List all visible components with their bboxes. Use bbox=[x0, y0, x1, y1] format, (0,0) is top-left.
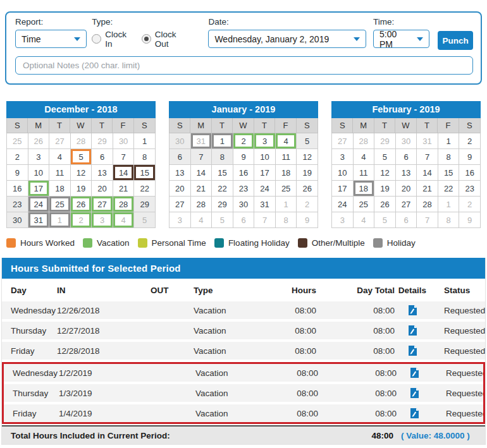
calendar-day-cell[interactable]: 30 bbox=[233, 197, 255, 212]
calendar-day-cell[interactable]: 28 bbox=[354, 133, 375, 149]
calendar-day-cell[interactable]: 22 bbox=[438, 181, 460, 197]
calendar-day-cell[interactable]: 21 bbox=[417, 181, 438, 197]
calendar-day-cell[interactable]: 31 bbox=[191, 133, 213, 149]
calendar-day-cell[interactable]: 1 bbox=[438, 197, 460, 212]
calendar-day-cell[interactable]: 6 bbox=[170, 149, 191, 165]
calendar-day-cell[interactable]: 28 bbox=[71, 133, 92, 149]
calendar-day-cell[interactable]: 20 bbox=[170, 181, 191, 197]
calendar-day-cell[interactable]: 1 bbox=[49, 212, 71, 228]
calendar-day-cell[interactable]: 26 bbox=[374, 197, 396, 212]
calendar-day-cell[interactable]: 13 bbox=[92, 165, 113, 181]
calendar-day-cell[interactable]: 24 bbox=[28, 197, 50, 212]
calendar-day-cell[interactable]: 14 bbox=[191, 165, 213, 181]
calendar-day-cell[interactable]: 2 bbox=[7, 149, 28, 165]
calendar-day-cell[interactable]: 6 bbox=[396, 149, 417, 165]
calendar-day-cell[interactable]: 2 bbox=[459, 133, 481, 149]
calendar-day-cell[interactable]: 3 bbox=[332, 212, 354, 228]
calendar-day-cell[interactable]: 5 bbox=[297, 133, 318, 149]
calendar-day-cell[interactable]: 5 bbox=[71, 149, 92, 165]
calendar-day-cell[interactable]: 3 bbox=[28, 149, 50, 165]
calendar-day-cell[interactable]: 30 bbox=[170, 133, 191, 149]
calendar-day-cell[interactable]: 1 bbox=[276, 197, 297, 212]
calendar-day-cell[interactable]: 25 bbox=[354, 197, 375, 212]
calendar-day-cell[interactable]: 31 bbox=[28, 212, 50, 228]
calendar-day-cell[interactable]: 12 bbox=[374, 165, 396, 181]
calendar-day-cell[interactable]: 25 bbox=[276, 181, 297, 197]
calendar-day-cell[interactable]: 11 bbox=[276, 149, 297, 165]
calendar-day-cell[interactable]: 17 bbox=[254, 165, 276, 181]
details-document-edit-icon[interactable] bbox=[410, 368, 419, 378]
calendar-day-cell[interactable]: 7 bbox=[191, 149, 213, 165]
calendar-day-cell[interactable]: 10 bbox=[332, 165, 354, 181]
calendar-day-cell[interactable]: 9 bbox=[459, 212, 481, 228]
details-document-edit-icon[interactable] bbox=[410, 408, 419, 418]
details-document-edit-icon[interactable] bbox=[409, 346, 417, 356]
calendar-day-cell[interactable]: 6 bbox=[396, 212, 417, 228]
calendar-day-cell[interactable]: 23 bbox=[233, 181, 255, 197]
calendar-day-cell[interactable]: 27 bbox=[396, 197, 417, 212]
calendar-day-cell[interactable]: 22 bbox=[134, 181, 156, 197]
calendar-day-cell[interactable]: 3 bbox=[170, 212, 191, 228]
calendar-day-cell[interactable]: 8 bbox=[134, 149, 156, 165]
calendar-day-cell[interactable]: 8 bbox=[438, 212, 460, 228]
calendar-day-cell[interactable]: 4 bbox=[354, 212, 375, 228]
clock-in-radio[interactable]: Clock In bbox=[92, 30, 134, 49]
calendar-day-cell[interactable]: 28 bbox=[191, 197, 213, 212]
calendar-day-cell[interactable]: 29 bbox=[374, 133, 396, 149]
calendar-day-cell[interactable]: 29 bbox=[134, 197, 156, 212]
calendar-day-cell[interactable]: 20 bbox=[396, 181, 417, 197]
calendar-day-cell[interactable]: 8 bbox=[438, 149, 460, 165]
calendar-day-cell[interactable]: 15 bbox=[212, 165, 233, 181]
calendar-day-cell[interactable]: 19 bbox=[71, 181, 92, 197]
calendar-day-cell[interactable]: 9 bbox=[233, 149, 255, 165]
calendar-day-cell[interactable]: 4 bbox=[49, 149, 71, 165]
calendar-day-cell[interactable]: 28 bbox=[113, 197, 135, 212]
calendar-day-cell[interactable]: 4 bbox=[354, 149, 375, 165]
calendar-day-cell[interactable]: 15 bbox=[134, 165, 156, 181]
calendar-day-cell[interactable]: 30 bbox=[113, 133, 135, 149]
calendar-day-cell[interactable]: 7 bbox=[417, 212, 438, 228]
calendar-day-cell[interactable]: 4 bbox=[191, 212, 213, 228]
calendar-day-cell[interactable]: 26 bbox=[297, 181, 318, 197]
calendar-day-cell[interactable]: 16 bbox=[459, 165, 481, 181]
calendar-day-cell[interactable]: 31 bbox=[254, 197, 276, 212]
calendar-day-cell[interactable]: 24 bbox=[332, 197, 354, 212]
calendar-day-cell[interactable]: 10 bbox=[254, 149, 276, 165]
calendar-day-cell[interactable]: 7 bbox=[113, 149, 135, 165]
calendar-day-cell[interactable]: 2 bbox=[459, 197, 481, 212]
calendar-day-cell[interactable]: 8 bbox=[212, 149, 233, 165]
calendar-day-cell[interactable]: 9 bbox=[459, 149, 481, 165]
calendar-day-cell[interactable]: 16 bbox=[233, 165, 255, 181]
calendar-day-cell[interactable]: 17 bbox=[332, 181, 354, 197]
calendar-day-cell[interactable]: 19 bbox=[374, 181, 396, 197]
notes-input[interactable] bbox=[15, 56, 473, 75]
calendar-day-cell[interactable]: 20 bbox=[92, 181, 113, 197]
date-select[interactable]: Wednesday, January 2, 2019 bbox=[208, 30, 366, 48]
calendar-day-cell[interactable]: 27 bbox=[92, 197, 113, 212]
calendar-day-cell[interactable]: 25 bbox=[7, 133, 28, 149]
calendar-day-cell[interactable]: 30 bbox=[7, 212, 28, 228]
calendar-day-cell[interactable]: 26 bbox=[71, 197, 92, 212]
calendar-day-cell[interactable]: 1 bbox=[212, 133, 233, 149]
report-select[interactable]: Time bbox=[15, 30, 87, 48]
calendar-day-cell[interactable]: 9 bbox=[7, 165, 28, 181]
calendar-day-cell[interactable]: 3 bbox=[92, 212, 113, 228]
punch-button[interactable]: Punch bbox=[438, 31, 473, 50]
calendar-day-cell[interactable]: 9 bbox=[297, 212, 318, 228]
calendar-day-cell[interactable]: 27 bbox=[49, 133, 71, 149]
calendar-day-cell[interactable]: 31 bbox=[417, 133, 438, 149]
calendar-day-cell[interactable]: 12 bbox=[71, 165, 92, 181]
calendar-day-cell[interactable]: 15 bbox=[438, 165, 460, 181]
calendar-day-cell[interactable]: 4 bbox=[113, 212, 135, 228]
calendar-day-cell[interactable]: 21 bbox=[113, 181, 135, 197]
calendar-day-cell[interactable]: 5 bbox=[374, 212, 396, 228]
calendar-day-cell[interactable]: 23 bbox=[7, 197, 28, 212]
calendar-day-cell[interactable]: 12 bbox=[297, 149, 318, 165]
calendar-day-cell[interactable]: 30 bbox=[396, 133, 417, 149]
calendar-day-cell[interactable]: 28 bbox=[417, 197, 438, 212]
calendar-day-cell[interactable]: 6 bbox=[92, 149, 113, 165]
calendar-day-cell[interactable]: 2 bbox=[71, 212, 92, 228]
calendar-day-cell[interactable]: 5 bbox=[374, 149, 396, 165]
clock-out-radio[interactable]: Clock Out bbox=[142, 30, 190, 49]
calendar-day-cell[interactable]: 27 bbox=[332, 133, 354, 149]
